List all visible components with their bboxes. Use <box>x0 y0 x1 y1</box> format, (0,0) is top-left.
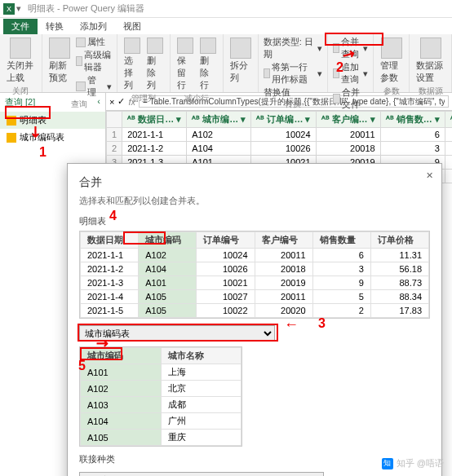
tab-addcolumn[interactable]: 添加列 <box>72 19 115 34</box>
save-icon[interactable]: ▾ <box>16 3 21 14</box>
merge-dialog: ✕ 合并 选择表和匹配列以创建合并表。 明细表 数据日期城市编码订单编号客户编号… <box>67 163 442 476</box>
titlebar: X ▾ 明细表 - Power Query 编辑器 <box>0 0 452 18</box>
combine-files-button[interactable]: 合并文件 <box>333 86 368 111</box>
window-title: 明细表 - Power Query 编辑器 <box>28 2 144 15</box>
refresh-button[interactable]: 刷新预览 <box>47 36 73 86</box>
tab-view[interactable]: 视图 <box>115 19 149 34</box>
annotation-arrow-3: ← <box>284 316 299 333</box>
annotation-num-1: 1 <box>39 145 47 160</box>
join-label: 联接种类 <box>79 453 430 465</box>
dialog-subtitle: 选择表和匹配列以创建合并表。 <box>79 195 430 207</box>
first-row-header-button[interactable]: 将第一行用作标题 ▾ <box>264 61 322 86</box>
join-type-select[interactable]: 左外部(第一个中的所有行，第二个中的匹配行) <box>79 472 324 476</box>
ribbon-group-datasource: 数据源设置 数据源 <box>410 34 452 92</box>
remove-cols-button[interactable]: 删除列 <box>145 36 165 93</box>
replace-values-button[interactable]: 替换值 <box>264 86 322 99</box>
datatype-button[interactable]: 数据类型: 日期 ▾ <box>264 36 322 60</box>
annotation-num-3: 3 <box>318 316 326 331</box>
properties-button[interactable]: 属性 <box>76 36 111 48</box>
remove-rows-button[interactable]: 删除行 <box>198 36 218 93</box>
annotation-num-2: 2 <box>336 60 343 75</box>
advanced-editor-button[interactable]: 高级编辑器 <box>76 49 111 73</box>
manage-button[interactable]: 管理 ▾ <box>76 74 111 99</box>
ribbon-group-transform: 数据类型: 日期 ▾ 将第一行用作标题 ▾ 替换值 转换 <box>259 34 328 92</box>
tab-file[interactable]: 文件 <box>3 19 38 34</box>
choose-cols-button[interactable]: 选择列 <box>122 36 142 93</box>
ribbon-group-close: 关闭并上载 关闭 <box>0 34 42 92</box>
annotation-num-5: 5 <box>78 359 86 373</box>
tab-transform[interactable]: 转换 <box>38 19 72 34</box>
table1-label: 明细表 <box>79 215 430 227</box>
annotation-box-query <box>5 106 51 119</box>
menubar: 文件 转换 添加列 视图 <box>0 18 452 34</box>
close-load-button[interactable]: 关闭并上载 <box>5 36 37 86</box>
annotation-box-col1 <box>123 231 166 245</box>
ribbon-group-managecols: 选择列 删除列 管理列 <box>117 34 171 92</box>
zhihu-icon: 知 <box>382 458 393 469</box>
datasource-button[interactable]: 数据源设置 <box>414 36 446 86</box>
dialog-title: 合并 <box>79 175 430 190</box>
split-col-button[interactable]: 拆分列 <box>228 36 253 86</box>
ribbon-group-query: 刷新预览 属性 高级编辑器 管理 ▾ 查询 <box>42 34 117 92</box>
check-icon[interactable]: ✓ <box>117 96 125 107</box>
annotation-num-4: 4 <box>109 209 117 223</box>
query-item-citycode[interactable]: 城市编码表 <box>0 129 105 146</box>
table-icon <box>7 133 16 143</box>
watermark: 知 知乎 @唔语 <box>382 457 444 469</box>
quick-access-toolbar: ▾ <box>16 3 21 14</box>
table2-grid[interactable]: 城市编码城市名称A101上海A102北京A103成都A104广州A105重庆 <box>79 346 242 447</box>
ribbon: 关闭并上载 关闭 刷新预览 属性 高级编辑器 管理 ▾ 查询 选择列 删除列 管… <box>0 34 452 93</box>
ribbon-group-split: 拆分列 <box>224 34 259 92</box>
excel-icon: X <box>3 3 15 15</box>
table1-grid[interactable]: 数据日期城市编码订单编号客户编号销售数量订单价格2021-1-1A1021002… <box>79 231 430 319</box>
annotation-box-merge <box>325 33 383 46</box>
ribbon-group-rows: 保留行 删除行 减少行 <box>171 34 224 92</box>
close-icon[interactable]: ✕ <box>426 170 433 181</box>
keep-rows-button[interactable]: 保留行 <box>175 36 195 93</box>
